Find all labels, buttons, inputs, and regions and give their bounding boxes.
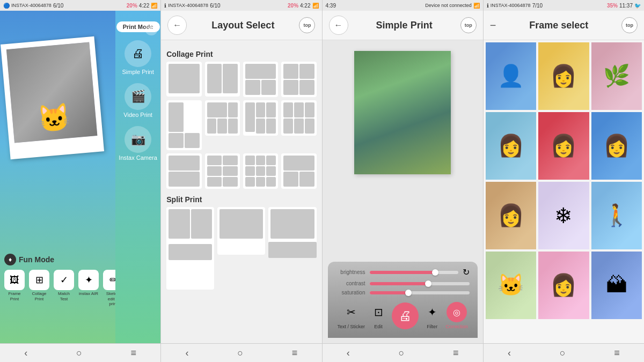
filter-tool[interactable]: ✦ Filter	[422, 302, 442, 329]
edit-label: Edit	[374, 324, 383, 329]
home-button-4[interactable]: ○	[560, 348, 566, 359]
fun-icon-frame[interactable]: 🖼 Frame Print	[4, 270, 25, 307]
home-button-3[interactable]: ○	[398, 348, 404, 359]
saturation-thumb[interactable]	[405, 290, 412, 296]
frame-item-8[interactable]: ❄	[538, 182, 589, 249]
layout-cell	[245, 156, 255, 165]
frame-item-3[interactable]: 🌿	[591, 42, 642, 110]
frame-item-11[interactable]: 👩	[538, 252, 589, 319]
top-button-simple[interactable]: top	[460, 17, 477, 33]
layout-cell	[294, 102, 304, 117]
photo-frame: 🐱	[1, 36, 104, 159]
layout-cell	[169, 172, 199, 187]
frame-item-5[interactable]: 👩	[538, 112, 589, 180]
fun-icon-match[interactable]: ✓ Match Test	[54, 270, 74, 307]
home-button-2[interactable]: ○	[237, 348, 243, 359]
layout-cell	[223, 166, 238, 176]
menu-button-1[interactable]: ≡	[130, 348, 136, 359]
layout-item-r3-4[interactable]	[281, 153, 316, 189]
layout-cell	[256, 166, 266, 176]
printer-name-1: INSTAX-40064878	[11, 3, 52, 8]
screen-layout-select: ℹ INSTAX-40064878 6/10 20% 4:22 📶 ← Layo…	[161, 0, 322, 362]
frame-item-7[interactable]: 👩	[486, 182, 536, 249]
menu-button-3[interactable]: ≡	[453, 348, 459, 359]
top-button-layout[interactable]: top	[299, 17, 315, 33]
saturation-track[interactable]	[370, 291, 470, 294]
video-print-label: Video Print	[123, 112, 152, 118]
battery-count-4: 7/10	[532, 3, 543, 9]
minus-button-frame[interactable]: −	[490, 19, 496, 32]
frame-item-6[interactable]: 👩	[591, 112, 642, 180]
frame-item-12[interactable]: 🏔	[591, 252, 642, 319]
layout-item-r3-3[interactable]	[243, 153, 278, 189]
frame-item-4[interactable]: 👩	[486, 112, 536, 180]
print-mode-menu: ⚙ Print Mode 🖨 Simple Print 🎬 Video Prin…	[115, 11, 160, 343]
correction-icon: ◎	[447, 302, 467, 322]
back-button-1[interactable]: ‹	[24, 348, 27, 359]
layout-item-3rows[interactable]	[243, 100, 278, 136]
bottom-nav-3: ‹ ○ ≡	[323, 343, 483, 362]
home-button-1[interactable]: ○	[76, 348, 82, 359]
fun-icon-sketch[interactable]: ✏ Sketch, edit & print	[103, 270, 115, 307]
frame-item-1[interactable]: 👤	[486, 42, 536, 110]
split-print-title: Split Print	[166, 195, 316, 204]
layout-item-3cols[interactable]	[205, 100, 240, 136]
frame-item-10[interactable]: 🐱	[486, 252, 536, 319]
fun-icon-instax[interactable]: ✦ instax AIR	[78, 270, 99, 307]
contrast-slider-row: contrast	[336, 280, 470, 286]
menu-button-4[interactable]: ≡	[614, 348, 620, 359]
video-print-menu-item[interactable]: 🎬 Video Print	[123, 83, 152, 118]
simple-print-menu-item[interactable]: 🖨 Simple Print	[122, 40, 153, 75]
brightness-thumb[interactable]	[432, 269, 438, 276]
device-status-3: Device not connected	[425, 3, 472, 8]
settings-button[interactable]: ⚙	[145, 23, 158, 35]
frame-item-9[interactable]: 🚶	[591, 182, 642, 249]
print-main-button[interactable]: 🖨	[392, 302, 419, 329]
layout-cell	[305, 119, 314, 134]
back-button-2[interactable]: ‹	[186, 348, 189, 359]
battery-count-2: 6/10	[210, 3, 220, 9]
text-sticker-tool[interactable]: ✂ Text / Sticker	[338, 302, 365, 329]
back-button-3[interactable]: ‹	[347, 348, 350, 359]
edit-tool[interactable]: ⊡ Edit	[368, 302, 389, 329]
screen-simple-print: 4:39 Device not connected 📶 ← Simple Pri…	[323, 0, 484, 362]
fun-icon-collage[interactable]: ⊞ Collage Print	[29, 270, 49, 307]
back-button-4[interactable]: ‹	[508, 348, 511, 359]
match-test-label: Match Test	[54, 291, 74, 301]
split-item-4[interactable]	[166, 242, 214, 290]
layout-item-1x2[interactable]	[205, 62, 240, 97]
split-item-5[interactable]	[268, 258, 316, 290]
frame-person-12: 🏔	[591, 252, 642, 319]
layout-item-4cells[interactable]	[281, 100, 316, 136]
layout-item-2x2[interactable]	[281, 62, 316, 97]
frame-item-2[interactable]: 👩	[538, 42, 589, 110]
contrast-track[interactable]	[370, 282, 470, 285]
status-bar-2: ℹ INSTAX-40064878 6/10 20% 4:22 📶	[161, 0, 321, 11]
frame-person-4: 👩	[486, 112, 536, 180]
contrast-thumb[interactable]	[425, 280, 431, 287]
layout-item-1x1[interactable]	[166, 62, 201, 97]
layout-item-mixed-2[interactable]	[166, 100, 201, 150]
back-button-simple[interactable]: ←	[329, 16, 348, 35]
menu-button-2[interactable]: ≡	[292, 348, 298, 359]
layout-item-mixed-1[interactable]	[243, 62, 278, 97]
bottom-nav-2: ‹ ○ ≡	[161, 343, 321, 362]
layout-item-r3-2[interactable]	[205, 153, 240, 189]
refresh-icon[interactable]: ↻	[463, 267, 470, 277]
brightness-track[interactable]	[370, 271, 458, 274]
top-button-frame[interactable]: top	[621, 17, 638, 33]
layout-cell	[256, 177, 266, 187]
instax-camera-menu-item[interactable]: 📷 Instax Camera	[119, 126, 157, 161]
layout-cell	[223, 156, 238, 165]
layout-cell	[268, 242, 316, 258]
correction-tool[interactable]: ◎ Correction	[445, 302, 468, 329]
layout-item-r3-1[interactable]	[166, 153, 201, 189]
layout-cell	[266, 177, 276, 187]
back-button-layout[interactable]: ←	[167, 16, 187, 35]
layout-cell	[219, 209, 263, 239]
layout-cell	[256, 156, 266, 165]
status-bar-3: 4:39 Device not connected 📶	[323, 0, 483, 11]
split-item-2[interactable]	[217, 207, 265, 255]
layout-cell	[207, 156, 222, 165]
print-photo-content	[354, 51, 451, 174]
